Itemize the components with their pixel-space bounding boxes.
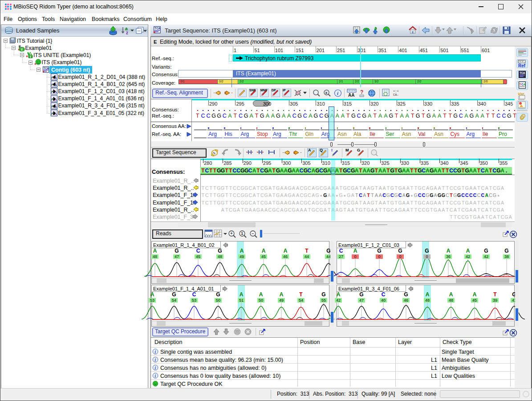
svg-text:✎: ✎ [213,151,216,155]
svg-text:A: A [524,83,526,86]
svg-text:+:+: +:+ [393,90,399,93]
svg-text:i: i [154,374,156,378]
svg-text:i: i [154,358,156,362]
svg-text:1: 1 [241,231,243,236]
svg-text:Ref: Ref [518,63,526,68]
svg-text:AA: AA [348,93,354,98]
svg-text:T: T [29,55,32,59]
svg-text:i: i [154,350,156,354]
svg-text:x: x [325,90,328,95]
svg-text:z: z [126,30,128,35]
svg-text:TCA: TCA [44,67,49,70]
svg-text:T: T [20,48,23,52]
svg-text:i: i [154,366,156,370]
svg-text:?: ? [360,89,363,95]
svg-text:CA-: CA- [393,93,399,97]
svg-text:–: – [252,231,254,236]
svg-text:TCA: TCA [154,27,161,30]
svg-text:+: + [230,231,232,236]
svg-text:TCA: TCA [520,71,525,75]
